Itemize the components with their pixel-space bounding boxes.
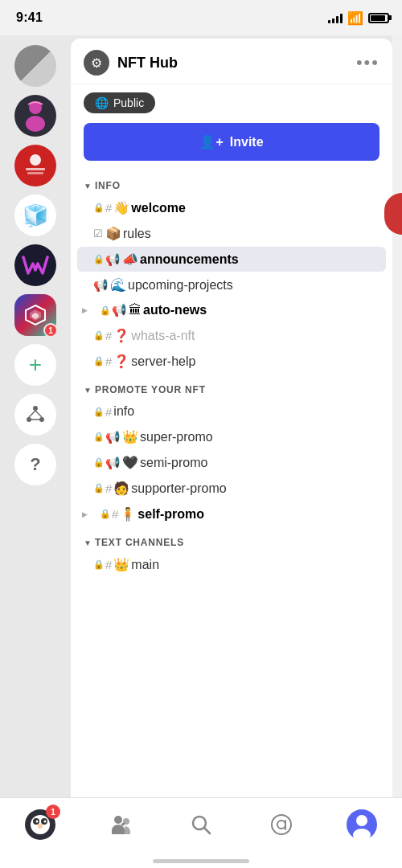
channel-icon-upcoming: 📢 (93, 278, 109, 293)
server-icon-nft[interactable]: 1 (14, 294, 56, 336)
globe-icon: 🌐 (95, 96, 109, 109)
nav-mentions[interactable] (263, 806, 300, 843)
server-icon-silhouette[interactable] (14, 95, 56, 137)
channel-icon-auto-news: 🔒 📢 (100, 303, 127, 317)
category-arrow-info: ▼ (84, 182, 92, 190)
nav-friends[interactable] (102, 806, 139, 843)
add-server-button[interactable]: + (14, 344, 56, 386)
server-icon-red[interactable] (14, 145, 56, 186)
channel-icon-main: 🔒 # (93, 558, 112, 571)
channel-name-server-help: server-help (131, 354, 195, 369)
more-options-button[interactable]: ••• (356, 52, 379, 73)
home-badge: 1 (46, 805, 60, 819)
channel-whats-a-nft[interactable]: 🔒 # ❓ whats-a-nft (77, 323, 386, 348)
channel-server-help[interactable]: 🔒 # ❓ server-help (77, 349, 386, 374)
category-arrow-text: ▼ (84, 538, 92, 547)
channel-icon-info: 🔒 # (93, 405, 112, 419)
nft-badge: 1 (43, 323, 58, 338)
server-icon-w[interactable] (14, 244, 56, 286)
search-nav-icon (183, 806, 219, 843)
channel-main[interactable]: 🔒 # 👑 main (77, 552, 386, 577)
channel-auto-news[interactable]: ▶ 🔒 📢 🏛 auto-news (77, 298, 386, 322)
explore-button[interactable] (14, 394, 56, 436)
svg-line-12 (35, 411, 42, 417)
invite-icon: 👤+ (199, 134, 223, 149)
status-time: 9:41 (16, 10, 43, 25)
channel-name-auto-news: auto-news (143, 303, 207, 317)
channel-super-promo[interactable]: 🔒 📢 👑 super-promo (77, 424, 386, 449)
nav-profile[interactable] (343, 806, 380, 843)
svg-point-8 (33, 406, 38, 411)
svg-point-18 (38, 824, 43, 829)
channel-header: ⚙ NFT Hub ••• (71, 39, 392, 84)
nav-home[interactable]: 1 (22, 806, 59, 843)
server-icon-cube[interactable]: 🧊 (14, 194, 56, 236)
channel-name-self-promo: self-promo (137, 507, 204, 522)
channel-name-announcements: announcements (140, 252, 239, 267)
channel-welcome[interactable]: 🔒 # 👋 welcome (77, 195, 386, 220)
channel-upcoming-projects[interactable]: 📢 🌊 upcoming-projects (77, 272, 386, 297)
help-button[interactable]: ? (14, 444, 56, 485)
nav-search[interactable] (183, 806, 219, 843)
category-text-channels[interactable]: ▼ TEXT CHANNELS (71, 527, 392, 551)
bottom-nav: 1 (0, 797, 402, 868)
status-icons: 📶 (328, 10, 389, 26)
svg-point-25 (272, 815, 291, 834)
invite-label: Invite (230, 135, 264, 149)
channel-icon-announcements: 🔒 📢 (93, 252, 121, 267)
category-info[interactable]: ▼ INFO (71, 170, 392, 194)
server-icon-half[interactable] (14, 45, 56, 87)
channel-name-main: main (131, 558, 159, 572)
status-bar: 9:41 📶 (0, 0, 402, 35)
svg-point-29 (356, 815, 367, 826)
svg-point-26 (277, 821, 285, 829)
svg-line-24 (204, 828, 210, 833)
channel-semi-promo[interactable]: 🔒 📢 🖤 semi-promo (77, 450, 386, 475)
home-indicator (153, 859, 249, 863)
svg-line-11 (29, 411, 35, 417)
channel-name-upcoming-projects: upcoming-projects (128, 278, 233, 293)
expand-arrow-self-promo: ▶ (82, 510, 88, 518)
svg-rect-3 (26, 168, 45, 170)
category-name-info: INFO (95, 180, 121, 191)
channel-announcements[interactable]: 🔒 📢 📣 announcements (77, 247, 386, 272)
channel-icon-welcome: 🔒 # (93, 201, 112, 215)
svg-point-1 (26, 116, 45, 132)
channel-icon-super-promo: 🔒 📢 (93, 430, 121, 444)
public-label: Public (113, 96, 144, 109)
invite-button[interactable]: 👤+ Invite (84, 123, 379, 161)
channel-icon-supporter-promo: 🔒 # (93, 481, 112, 495)
server-sidebar: 🧊 1 + (0, 35, 71, 868)
channel-name-supporter-promo: supporter-promo (131, 481, 226, 496)
svg-point-20 (44, 821, 47, 823)
category-name-text-channels: TEXT CHANNELS (95, 537, 184, 548)
mentions-nav-icon (263, 806, 300, 843)
profile-nav-icon (343, 806, 380, 843)
expand-arrow-auto-news: ▶ (82, 306, 88, 314)
channel-info[interactable]: 🔒 # info (77, 399, 386, 424)
server-settings-icon[interactable]: ⚙ (84, 50, 109, 76)
main-container: 🧊 1 + (0, 35, 402, 868)
category-promote[interactable]: ▼ PROMOTE YOUR NFT (71, 375, 392, 399)
battery-icon (368, 13, 389, 23)
channel-name-super-promo: super-promo (140, 430, 213, 444)
channel-name-welcome: welcome (131, 201, 186, 215)
svg-point-2 (30, 154, 41, 166)
channel-icon-server-help: 🔒 # (93, 354, 112, 368)
channel-name-info: info (113, 404, 134, 419)
home-nav-icon: 1 (22, 806, 59, 843)
channel-supporter-promo[interactable]: 🔒 # 🧑 supporter-promo (77, 476, 386, 501)
channel-icon-whats-nft: 🔒 # (93, 329, 112, 342)
friends-nav-icon (102, 806, 139, 843)
right-panel-hint (392, 35, 402, 868)
channel-icon-semi-promo: 🔒 📢 (93, 456, 121, 470)
server-name: NFT Hub (117, 55, 178, 72)
channel-list: ▼ INFO 🔒 # 👋 welcome ☑ 📦 rules (71, 170, 392, 868)
signal-bars-icon (328, 12, 343, 23)
channel-self-promo[interactable]: ▶ 🔒 # 🧍 self-promo (77, 502, 386, 526)
channel-name-whats-a-nft: whats-a-nft (131, 329, 195, 343)
channel-icon-self-promo: 🔒 # (100, 507, 118, 521)
channel-rules[interactable]: ☑ 📦 rules (77, 221, 386, 246)
channel-icon-rules: ☑ (93, 227, 104, 240)
svg-point-19 (36, 821, 39, 823)
